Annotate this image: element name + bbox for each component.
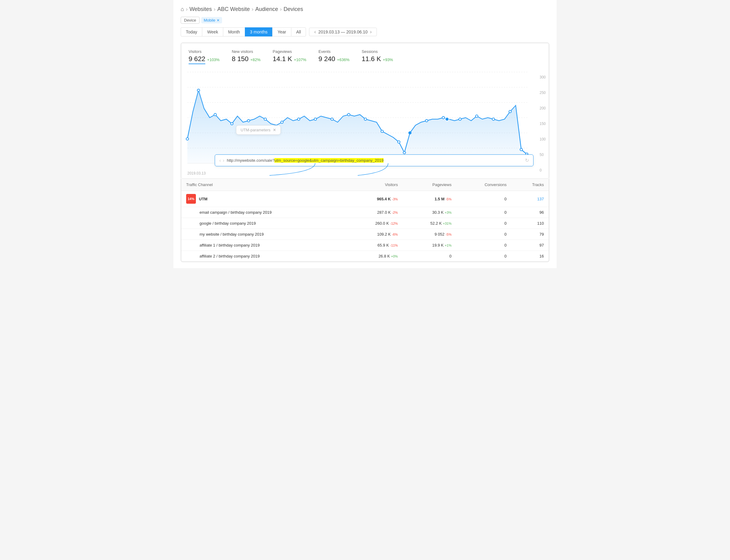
period-all[interactable]: All: [291, 27, 306, 36]
row3-pageviews: 9 052 -5%: [403, 229, 457, 240]
row5-tracks: 16: [512, 251, 549, 262]
url-reload-btn[interactable]: ↻: [525, 157, 529, 163]
row1-conversions: 0: [456, 207, 511, 218]
url-highlight: utm_source=google&utm_campaign=birthday_…: [274, 158, 383, 163]
data-table-section: Traffic Channel Visitors Pageviews Conve…: [181, 179, 549, 262]
stat-pageviews: Pageviews 14.1 K +107%: [273, 49, 306, 64]
stat-events: Events 9 240 +636%: [318, 49, 349, 64]
stat-visitors: Visitors 9 622 +103%: [188, 49, 220, 64]
svg-point-30: [520, 148, 523, 151]
utm-parameters-tag[interactable]: UTM-parameters ✕: [236, 125, 281, 135]
svg-point-16: [331, 118, 333, 120]
utm-channel-label: UTM: [199, 197, 207, 201]
svg-point-21: [403, 151, 406, 154]
row4-conversions: 0: [456, 240, 511, 251]
breadcrumb-websites[interactable]: Websites: [189, 6, 212, 12]
row4-tracks: 97: [512, 240, 549, 251]
table-row: affiliate 1 / birthday company 2019 65.9…: [181, 240, 549, 251]
url-text: http://mywebsite.com/sale?utm_source=goo…: [227, 158, 523, 163]
svg-point-12: [264, 118, 266, 120]
utm-badge: 14%: [186, 194, 196, 204]
row2-tracks: 110: [512, 218, 549, 229]
stat-new-visitors: New visitors 8 150 +82%: [232, 49, 261, 64]
utm-conversions: 0: [456, 191, 511, 207]
svg-point-24: [442, 116, 445, 119]
row4-visitors: 65.9 K -11%: [347, 240, 403, 251]
row3-tracks: 79: [512, 229, 549, 240]
chart-x-label: 2019.03.13: [187, 171, 206, 175]
channel-cell: email campaign / birthday company 2019: [181, 207, 347, 218]
utm-label: UTM-parameters: [240, 128, 270, 132]
period-today[interactable]: Today: [181, 27, 202, 36]
date-next-btn[interactable]: ›: [369, 29, 373, 35]
col-header-conversions: Conversions: [456, 179, 511, 191]
svg-point-25: [459, 118, 461, 120]
svg-point-9: [214, 113, 216, 116]
date-range-nav: ‹ 2019.03.13 — 2019.06.10 ›: [309, 28, 377, 36]
svg-point-27: [492, 118, 495, 120]
svg-point-18: [364, 118, 367, 120]
table-row: 14% UTM 965.4 K -3% 1.5 M -5% 0: [181, 191, 549, 207]
row1-visitors: 287.0 K -2%: [347, 207, 403, 218]
svg-point-11: [247, 119, 250, 122]
utm-close-btn[interactable]: ✕: [273, 128, 276, 132]
utm-visitors: 965.4 K -3%: [347, 191, 403, 207]
table-row: email campaign / birthday company 2019 2…: [181, 207, 549, 218]
table-row: google / birthday company 2019 260.0 K -…: [181, 218, 549, 229]
line-chart-svg: [187, 72, 528, 163]
period-bar: Today Week Month 3 months Year All ‹ 201…: [181, 27, 549, 36]
breadcrumb-devices[interactable]: Devices: [283, 6, 303, 12]
date-prev-btn[interactable]: ‹: [313, 29, 317, 35]
period-3months[interactable]: 3 months: [245, 27, 272, 36]
svg-point-29: [509, 110, 511, 113]
row5-conversions: 0: [456, 251, 511, 262]
channel-cell: affiliate 1 / birthday company 2019: [181, 240, 347, 251]
svg-point-13: [281, 121, 283, 123]
row1-tracks: 96: [512, 207, 549, 218]
traffic-table: Traffic Channel Visitors Pageviews Conve…: [181, 179, 549, 261]
col-header-visitors: Visitors: [347, 179, 403, 191]
period-month[interactable]: Month: [223, 27, 245, 36]
table-row: affiliate 2 / birthday company 2019 26.8…: [181, 251, 549, 262]
mobile-filter-tag[interactable]: Mobile ✕: [201, 17, 222, 23]
col-header-pageviews: Pageviews: [403, 179, 457, 191]
chart-area: 300 250 200 150 100 50 0: [181, 69, 549, 178]
table-row: my website / birthday company 2019 109.2…: [181, 229, 549, 240]
row2-conversions: 0: [456, 218, 511, 229]
period-week[interactable]: Week: [202, 27, 223, 36]
url-forward-btn[interactable]: ›: [223, 158, 224, 163]
breadcrumb: ⌂ › Websites › ABC Website › Audience › …: [181, 6, 549, 12]
channel-cell: 14% UTM: [181, 191, 347, 207]
utm-pageviews: 1.5 M -5%: [403, 191, 457, 207]
stats-section: Visitors 9 622 +103% New visitors 8 150 …: [181, 43, 549, 179]
remove-mobile-filter[interactable]: ✕: [216, 18, 220, 22]
svg-point-8: [197, 89, 200, 92]
row5-visitors: 26.8 K +0%: [347, 251, 403, 262]
date-range-label: 2019.03.13 — 2019.06.10: [318, 29, 368, 34]
row1-pageviews: 30.3 K +3%: [403, 207, 457, 218]
device-filter-tag[interactable]: Device: [181, 17, 199, 24]
url-bar: ‹ › http://mywebsite.com/sale?utm_source…: [215, 154, 534, 166]
svg-point-26: [476, 115, 478, 117]
channel-cell: my website / birthday company 2019: [181, 229, 347, 240]
row3-visitors: 109.2 K -6%: [347, 229, 403, 240]
svg-point-22: [409, 132, 411, 134]
row3-conversions: 0: [456, 229, 511, 240]
svg-point-19: [381, 130, 383, 133]
main-card: Visitors 9 622 +103% New visitors 8 150 …: [181, 43, 549, 262]
home-icon[interactable]: ⌂: [181, 6, 184, 12]
svg-point-14: [297, 118, 300, 120]
url-back-btn[interactable]: ‹: [219, 158, 221, 163]
breadcrumb-audience[interactable]: Audience: [255, 6, 278, 12]
chart-y-labels: 300 250 200 150 100 50 0: [540, 72, 546, 181]
channel-cell: affiliate 2 / birthday company 2019: [181, 251, 347, 262]
breadcrumb-abc[interactable]: ABC Website: [217, 6, 250, 12]
stat-sessions: Sessions 11.6 K +93%: [361, 49, 393, 64]
utm-tracks: 137: [512, 191, 549, 207]
svg-point-15: [314, 118, 316, 120]
svg-point-17: [347, 113, 350, 116]
svg-point-20: [398, 141, 400, 143]
row2-visitors: 260.0 K -12%: [347, 218, 403, 229]
period-year[interactable]: Year: [272, 27, 291, 36]
filter-tags: Device Mobile ✕: [181, 17, 549, 24]
